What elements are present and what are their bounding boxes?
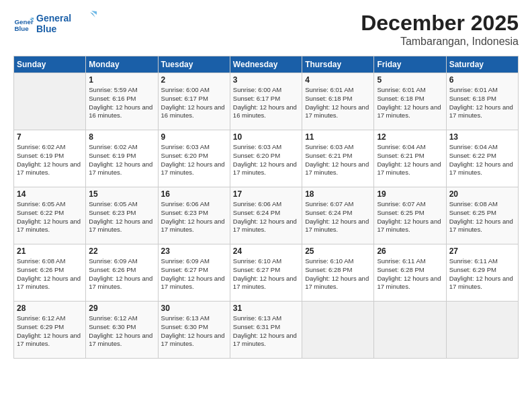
day-info: Sunrise: 5:59 AM Sunset: 6:16 PM Dayligh…	[89, 86, 154, 120]
logo-svg: General Blue	[36, 11, 100, 36]
sunrise-text: Sunrise: 6:08 AM	[449, 200, 498, 208]
logo-icon: General Blue	[13, 15, 34, 35]
daylight-text: Daylight: 12 hours and 17 minutes.	[89, 332, 152, 348]
calendar-cell: 20 Sunrise: 6:08 AM Sunset: 6:25 PM Dayl…	[446, 187, 518, 244]
day-number: 4	[305, 75, 371, 85]
calendar-cell: 10 Sunrise: 6:03 AM Sunset: 6:20 PM Dayl…	[230, 130, 302, 187]
day-number: 14	[17, 189, 83, 199]
page-title: December 2025	[361, 11, 519, 36]
calendar-cell: 13 Sunrise: 6:04 AM Sunset: 6:22 PM Dayl…	[446, 130, 518, 187]
daylight-text: Daylight: 12 hours and 16 minutes.	[233, 103, 297, 120]
header: General Blue General Blue December 2025 …	[13, 11, 519, 48]
sunset-text: Sunset: 6:18 PM	[305, 95, 352, 102]
daylight-text: Daylight: 12 hours and 17 minutes.	[161, 161, 225, 177]
sunrise-text: Sunrise: 6:02 AM	[89, 143, 137, 150]
sunrise-text: Sunrise: 6:09 AM	[89, 257, 137, 265]
daylight-text: Daylight: 12 hours and 17 minutes.	[161, 218, 225, 234]
sunrise-text: Sunrise: 6:05 AM	[17, 200, 65, 208]
sunset-text: Sunset: 6:24 PM	[305, 209, 352, 216]
sunrise-text: Sunrise: 6:11 AM	[449, 257, 498, 265]
day-info: Sunrise: 6:03 AM Sunset: 6:20 PM Dayligh…	[233, 143, 299, 177]
sunset-text: Sunset: 6:18 PM	[449, 95, 496, 102]
sunrise-text: Sunrise: 6:01 AM	[377, 86, 425, 93]
calendar-cell: 24 Sunrise: 6:10 AM Sunset: 6:27 PM Dayl…	[230, 244, 302, 302]
sunset-text: Sunset: 6:26 PM	[89, 266, 136, 273]
day-info: Sunrise: 6:01 AM Sunset: 6:18 PM Dayligh…	[449, 86, 515, 120]
sunrise-text: Sunrise: 6:08 AM	[17, 257, 65, 265]
sunset-text: Sunset: 6:20 PM	[233, 152, 280, 159]
sunrise-text: Sunrise: 6:10 AM	[305, 257, 353, 265]
sunset-text: Sunset: 6:30 PM	[89, 323, 136, 330]
day-info: Sunrise: 6:11 AM Sunset: 6:28 PM Dayligh…	[377, 257, 443, 291]
day-number: 26	[377, 246, 443, 256]
col-saturday: Saturday	[446, 56, 518, 73]
svg-text:Blue: Blue	[36, 24, 57, 34]
day-info: Sunrise: 6:02 AM Sunset: 6:19 PM Dayligh…	[89, 143, 154, 177]
sunset-text: Sunset: 6:30 PM	[161, 323, 208, 330]
sunrise-text: Sunrise: 6:03 AM	[305, 143, 353, 150]
day-info: Sunrise: 6:13 AM Sunset: 6:31 PM Dayligh…	[233, 314, 299, 349]
day-number: 3	[233, 75, 299, 85]
calendar-cell: 6 Sunrise: 6:01 AM Sunset: 6:18 PM Dayli…	[446, 73, 518, 130]
day-number: 23	[161, 246, 227, 256]
day-number: 16	[161, 189, 227, 199]
calendar-cell: 8 Sunrise: 6:02 AM Sunset: 6:19 PM Dayli…	[86, 130, 158, 187]
calendar-cell: 3 Sunrise: 6:00 AM Sunset: 6:17 PM Dayli…	[230, 73, 302, 130]
day-info: Sunrise: 6:03 AM Sunset: 6:20 PM Dayligh…	[161, 143, 227, 177]
sunrise-text: Sunrise: 6:06 AM	[161, 200, 210, 208]
day-info: Sunrise: 6:07 AM Sunset: 6:24 PM Dayligh…	[305, 200, 371, 234]
sunset-text: Sunset: 6:27 PM	[161, 266, 208, 273]
day-number: 30	[161, 304, 227, 313]
calendar-cell	[302, 302, 374, 359]
sunrise-text: Sunrise: 6:09 AM	[161, 257, 210, 265]
sunset-text: Sunset: 6:29 PM	[17, 323, 64, 330]
day-number: 11	[305, 132, 371, 142]
calendar-cell: 27 Sunrise: 6:11 AM Sunset: 6:29 PM Dayl…	[446, 244, 518, 302]
calendar-cell: 18 Sunrise: 6:07 AM Sunset: 6:24 PM Dayl…	[302, 187, 374, 244]
daylight-text: Daylight: 12 hours and 17 minutes.	[449, 161, 513, 177]
day-number: 10	[233, 132, 299, 142]
sunrise-text: Sunrise: 6:06 AM	[233, 200, 281, 208]
day-info: Sunrise: 6:00 AM Sunset: 6:17 PM Dayligh…	[161, 86, 227, 120]
day-info: Sunrise: 6:10 AM Sunset: 6:27 PM Dayligh…	[233, 257, 299, 291]
day-info: Sunrise: 6:07 AM Sunset: 6:25 PM Dayligh…	[377, 200, 443, 234]
calendar-cell: 28 Sunrise: 6:12 AM Sunset: 6:29 PM Dayl…	[14, 302, 86, 359]
daylight-text: Daylight: 12 hours and 17 minutes.	[161, 332, 225, 348]
svg-text:General: General	[36, 13, 71, 24]
calendar-cell: 1 Sunrise: 5:59 AM Sunset: 6:16 PM Dayli…	[86, 73, 158, 130]
page-subtitle: Tambarangan, Indonesia	[361, 36, 519, 48]
sunset-text: Sunset: 6:25 PM	[377, 209, 424, 216]
sunset-text: Sunset: 6:29 PM	[449, 266, 496, 273]
day-number: 25	[305, 246, 371, 256]
daylight-text: Daylight: 12 hours and 17 minutes.	[17, 275, 81, 291]
sunset-text: Sunset: 6:23 PM	[89, 209, 136, 216]
daylight-text: Daylight: 12 hours and 17 minutes.	[377, 161, 441, 177]
sunset-text: Sunset: 6:20 PM	[161, 152, 208, 159]
day-info: Sunrise: 6:09 AM Sunset: 6:26 PM Dayligh…	[89, 257, 154, 291]
day-number: 20	[449, 189, 515, 199]
sunrise-text: Sunrise: 6:04 AM	[449, 143, 498, 150]
daylight-text: Daylight: 12 hours and 17 minutes.	[377, 218, 441, 234]
daylight-text: Daylight: 12 hours and 17 minutes.	[233, 218, 297, 234]
sunrise-text: Sunrise: 6:05 AM	[89, 200, 137, 208]
sunrise-text: Sunrise: 6:00 AM	[233, 86, 281, 93]
col-monday: Monday	[86, 56, 158, 73]
calendar-cell: 16 Sunrise: 6:06 AM Sunset: 6:23 PM Dayl…	[158, 187, 230, 244]
sunrise-text: Sunrise: 6:11 AM	[377, 257, 425, 265]
day-info: Sunrise: 6:10 AM Sunset: 6:28 PM Dayligh…	[305, 257, 371, 291]
calendar-cell: 9 Sunrise: 6:03 AM Sunset: 6:20 PM Dayli…	[158, 130, 230, 187]
daylight-text: Daylight: 12 hours and 17 minutes.	[377, 275, 441, 291]
day-number: 24	[233, 246, 299, 256]
calendar-cell: 2 Sunrise: 6:00 AM Sunset: 6:17 PM Dayli…	[158, 73, 230, 130]
calendar-cell: 5 Sunrise: 6:01 AM Sunset: 6:18 PM Dayli…	[374, 73, 446, 130]
day-number: 19	[377, 189, 443, 199]
day-number: 9	[161, 132, 227, 142]
day-info: Sunrise: 6:06 AM Sunset: 6:23 PM Dayligh…	[161, 200, 227, 234]
daylight-text: Daylight: 12 hours and 16 minutes.	[89, 103, 152, 120]
daylight-text: Daylight: 12 hours and 17 minutes.	[161, 275, 225, 291]
day-number: 17	[233, 189, 299, 199]
daylight-text: Daylight: 12 hours and 17 minutes.	[17, 218, 81, 234]
sunrise-text: Sunrise: 6:01 AM	[305, 86, 353, 93]
sunrise-text: Sunrise: 6:13 AM	[233, 314, 281, 322]
col-thursday: Thursday	[302, 56, 374, 73]
